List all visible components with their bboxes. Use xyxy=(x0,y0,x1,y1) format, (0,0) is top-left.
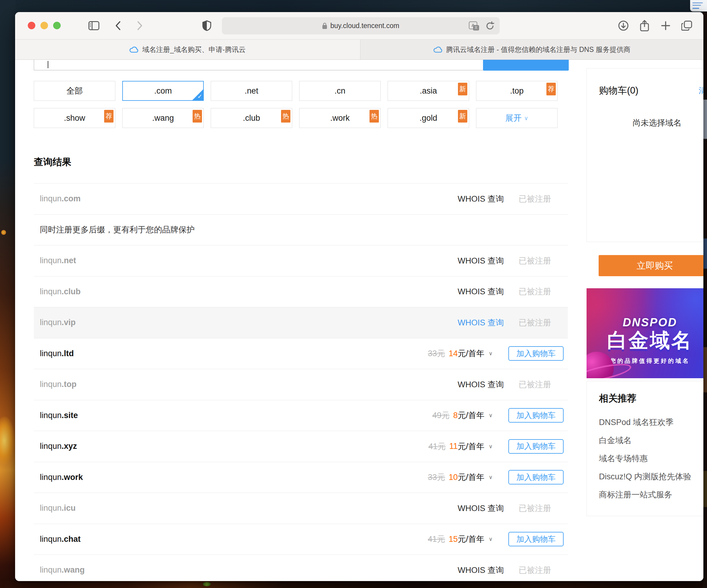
desktop-wallpaper-right xyxy=(703,0,707,588)
whois-link[interactable]: WHOIS 查询 xyxy=(458,286,518,297)
back-button[interactable] xyxy=(111,19,125,33)
price-dropdown-icon[interactable]: ∨ xyxy=(489,443,493,450)
translate-icon[interactable]: A 文 xyxy=(469,22,479,31)
filter-club[interactable]: .club热 xyxy=(211,108,292,128)
wallpaper-thumbnail xyxy=(703,347,707,392)
filter-work[interactable]: .work热 xyxy=(299,108,381,128)
add-to-cart-button[interactable]: 加入购物车 xyxy=(508,439,564,454)
filter-label: .top xyxy=(510,86,524,96)
share-icon[interactable] xyxy=(638,19,651,33)
results-table: linqun.comWHOIS 查询已被注册同时注册更多后缀，更有利于您的品牌保… xyxy=(34,183,568,581)
privacy-shield-icon[interactable] xyxy=(200,19,214,33)
domain-name: linqun.xyz xyxy=(40,442,77,451)
filter-com[interactable]: .com✓ xyxy=(122,81,204,101)
add-to-cart-button[interactable]: 加入购物车 xyxy=(508,532,564,546)
price-dropdown-icon[interactable]: ∨ xyxy=(489,474,493,481)
whois-link[interactable]: WHOIS 查询 xyxy=(458,255,518,266)
filter-wang[interactable]: .wang热 xyxy=(122,108,204,128)
recommendation-link[interactable]: Discuz!Q 内测版抢先体验 xyxy=(599,471,691,482)
price-unit: 元/首年 xyxy=(458,472,484,483)
filter-asia[interactable]: .asia新 xyxy=(388,81,469,101)
address-bar[interactable]: buy.cloud.tencent.com A 文 xyxy=(222,17,500,34)
results-heading: 查询结果 xyxy=(34,156,71,168)
filter-label: .show xyxy=(64,113,86,123)
current-price: 8 xyxy=(453,411,458,420)
filter-label: .net xyxy=(244,86,258,96)
domain-search-input[interactable] xyxy=(34,60,483,70)
forward-button[interactable] xyxy=(133,19,147,33)
desktop-wallpaper-left xyxy=(0,0,16,588)
sidebar-toggle-icon[interactable] xyxy=(87,19,101,33)
reload-icon[interactable] xyxy=(486,22,494,31)
domain-name: linqun.ltd xyxy=(40,349,74,358)
filter-gold[interactable]: .gold新 xyxy=(388,108,469,128)
price-dropdown-icon[interactable]: ∨ xyxy=(489,350,493,357)
original-price: 49元 xyxy=(432,410,449,421)
filter-net[interactable]: .net xyxy=(211,81,292,101)
filter-label: 展开 xyxy=(505,113,521,124)
filter-show[interactable]: .show荐 xyxy=(34,108,115,128)
whois-link[interactable]: WHOIS 查询 xyxy=(458,379,518,390)
minimize-window-button[interactable] xyxy=(40,22,48,29)
current-price: 14 xyxy=(448,349,458,358)
original-price: 41元 xyxy=(428,534,445,545)
filter-top[interactable]: .top荐 xyxy=(476,81,558,101)
filter-[interactable]: 展开∨ xyxy=(476,108,558,128)
dnspod-banner[interactable]: DNSPOD 白金域名 您的品牌值得更好的域名 xyxy=(586,288,703,378)
registered-status: 已被注册 xyxy=(518,503,568,514)
registered-status: 已被注册 xyxy=(518,194,568,204)
registered-status: 已被注册 xyxy=(518,255,568,266)
tab-title: 域名注册_域名购买、申请-腾讯云 xyxy=(142,45,245,54)
filter-[interactable]: 全部 xyxy=(34,81,115,101)
close-window-button[interactable] xyxy=(28,22,35,29)
result-row-work: linqun.work33元10元/首年∨加入购物车 xyxy=(34,462,568,493)
result-row-chat: linqun.chat41元15元/首年∨加入购物车 xyxy=(34,524,568,555)
downloads-icon[interactable] xyxy=(616,19,630,33)
result-row-net: linqun.netWHOIS 查询已被注册 xyxy=(34,245,568,276)
whois-link[interactable]: WHOIS 查询 xyxy=(458,317,518,328)
tld-filter-group: 全部.com✓.net.cn.asia新.top荐.show荐.wang热.cl… xyxy=(34,81,558,128)
filter-badge: 热 xyxy=(193,110,202,123)
new-tab-icon[interactable] xyxy=(659,19,673,33)
price-dropdown-icon[interactable]: ∨ xyxy=(489,536,493,543)
recommendation-link[interactable]: 域名专场特惠 xyxy=(599,453,648,464)
filter-label: .gold xyxy=(419,113,437,123)
recommendation-link[interactable]: DNSPod 域名狂欢季 xyxy=(599,417,674,428)
filter-badge: 荐 xyxy=(546,83,556,95)
tab-title: 腾讯云域名注册 - 值得您信赖的域名注册与 DNS 服务提供商 xyxy=(446,45,631,54)
zoom-window-button[interactable] xyxy=(53,22,61,29)
recommendation-link[interactable]: 商标注册一站式服务 xyxy=(599,489,672,500)
filter-cn[interactable]: .cn xyxy=(299,81,381,101)
wallpaper-thumbnail xyxy=(703,471,707,507)
registered-status: 已被注册 xyxy=(518,379,568,390)
result-row-ltd: linqun.ltd33元14元/首年∨加入购物车 xyxy=(34,338,568,370)
price-unit: 元/首年 xyxy=(458,348,484,359)
whois-link[interactable]: WHOIS 查询 xyxy=(458,194,518,204)
domain-search-button[interactable] xyxy=(483,60,569,71)
registered-status: 已被注册 xyxy=(518,317,568,328)
domain-name: linqun.top xyxy=(40,380,77,389)
price-dropdown-icon[interactable]: ∨ xyxy=(489,412,493,419)
result-row-wang: linqun.wangWHOIS 查询已被注册 xyxy=(34,555,568,581)
tab-overview-icon[interactable] xyxy=(680,19,694,33)
domain-name: linqun.work xyxy=(40,473,83,482)
result-row-icu: linqun.icuWHOIS 查询已被注册 xyxy=(34,493,568,524)
whois-link[interactable]: WHOIS 查询 xyxy=(458,565,518,576)
add-to-cart-button[interactable]: 加入购物车 xyxy=(508,346,564,361)
domain-name: linqun.wang xyxy=(40,565,85,575)
add-to-cart-button[interactable]: 加入购物车 xyxy=(508,408,564,423)
whois-link[interactable]: WHOIS 查询 xyxy=(458,503,518,514)
buy-now-button[interactable]: 立即购买 xyxy=(599,255,703,276)
lock-icon xyxy=(322,22,327,29)
tab-domain-registration[interactable]: 域名注册_域名购买、申请-腾讯云 xyxy=(15,39,361,60)
filter-badge: 热 xyxy=(281,110,291,123)
banner-title: 白金域名 xyxy=(599,327,701,354)
filter-badge: 新 xyxy=(458,83,467,95)
tab-tencent-dns[interactable]: 腾讯云域名注册 - 值得您信赖的域名注册与 DNS 服务提供商 xyxy=(361,39,703,60)
banner-subtitle: 您的品牌值得更好的域名 xyxy=(599,357,701,365)
recommendations-panel: 相关推荐 DNSPod 域名狂欢季白金域名域名专场特惠Discuz!Q 内测版抢… xyxy=(586,381,703,516)
cart-clear-link[interactable]: 清空 xyxy=(699,85,703,96)
check-icon: ✓ xyxy=(197,93,202,100)
recommendation-link[interactable]: 白金域名 xyxy=(599,435,632,446)
add-to-cart-button[interactable]: 加入购物车 xyxy=(508,470,564,484)
